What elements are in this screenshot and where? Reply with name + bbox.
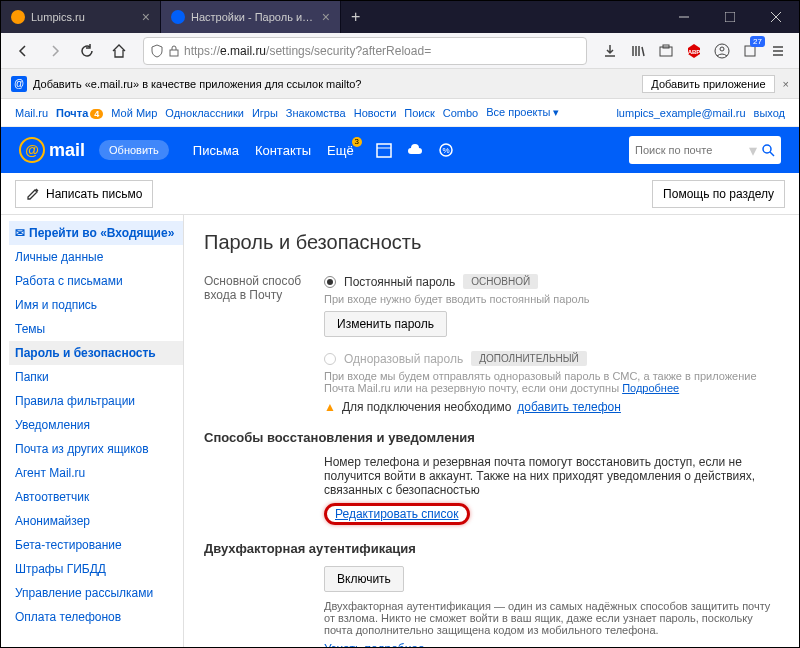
portal-link[interactable]: Поиск xyxy=(404,107,434,119)
cloud-icon[interactable] xyxy=(406,142,424,158)
sidebar-item[interactable]: Автоответчик xyxy=(9,485,183,509)
tab-lumpics[interactable]: Lumpics.ru × xyxy=(1,1,161,33)
at-icon: @ xyxy=(19,137,45,163)
section-body: Постоянный пароль ОСНОВНОЙ При входе нуж… xyxy=(324,274,779,414)
change-password-button[interactable]: Изменить пароль xyxy=(324,311,447,337)
radio-icon xyxy=(324,353,336,365)
tab-settings[interactable]: Настройки - Пароль и безопа... × xyxy=(161,1,341,33)
library-icon[interactable] xyxy=(625,38,651,64)
hint-text: При входе нужно будет вводить постоянный… xyxy=(324,293,779,305)
sidebar-item[interactable]: Папки xyxy=(9,365,183,389)
reload-button[interactable] xyxy=(73,37,101,65)
search-icon[interactable] xyxy=(761,143,775,157)
radio-label: Одноразовый пароль xyxy=(344,352,463,366)
tabs: Lumpics.ru × Настройки - Пароль и безопа… xyxy=(1,1,370,33)
warning-icon: ▲ xyxy=(324,400,336,414)
downloads-icon[interactable] xyxy=(597,38,623,64)
new-tab-button[interactable]: + xyxy=(341,1,370,33)
sidebar-item[interactable]: Почта из других ящиков xyxy=(9,437,183,461)
envelope-icon: ✉ xyxy=(15,226,25,240)
recovery-text: Номер телефона и резервная почта помогут… xyxy=(324,455,779,497)
sidebar-item[interactable]: Оплата телефонов xyxy=(9,605,183,629)
chevron-down-icon[interactable]: ▾ xyxy=(749,141,757,160)
sidebar-item[interactable]: Личные данные xyxy=(9,245,183,269)
add-app-button[interactable]: Добавить приложение xyxy=(642,75,774,93)
header-nav: Письма Контакты Ещё3 xyxy=(193,143,354,158)
portal-link[interactable]: Combo xyxy=(443,107,478,119)
user-email[interactable]: lumpics_example@mail.ru xyxy=(616,107,745,119)
search-box[interactable]: ▾ xyxy=(629,136,781,164)
sidebar-item[interactable]: Правила фильтрации xyxy=(9,389,183,413)
warning-text: Для подключения необходимо xyxy=(342,400,511,414)
sidebar-item[interactable]: Агент Mail.ru xyxy=(9,461,183,485)
minimize-button[interactable] xyxy=(661,1,707,33)
twofa-text: Двухфакторная аутентификация — один из с… xyxy=(324,600,779,636)
sidebar-item-security[interactable]: Пароль и безопасность xyxy=(9,341,183,365)
sidebar-item[interactable]: Темы xyxy=(9,317,183,341)
add-phone-link[interactable]: добавить телефон xyxy=(517,400,621,414)
logout-link[interactable]: выход xyxy=(754,107,785,119)
sidebar-item[interactable]: Анонимайзер xyxy=(9,509,183,533)
portal-link[interactable]: Новости xyxy=(354,107,397,119)
mail-icon: @ xyxy=(11,76,27,92)
enable-2fa-button[interactable]: Включить xyxy=(324,566,404,592)
search-input[interactable] xyxy=(635,144,745,156)
edit-list-highlight: Редактировать список xyxy=(324,503,470,525)
close-icon[interactable]: × xyxy=(322,9,330,25)
forward-button[interactable] xyxy=(41,37,69,65)
portal-link[interactable]: Знакомства xyxy=(286,107,346,119)
sidebar-item[interactable]: Бета-тестирование xyxy=(9,533,183,557)
screenshot-icon[interactable] xyxy=(653,38,679,64)
calendar-icon[interactable] xyxy=(376,142,392,158)
lock-icon xyxy=(168,45,180,57)
toolbar-icons: ABP 27 xyxy=(597,38,791,64)
help-button[interactable]: Помощь по разделу xyxy=(652,180,785,208)
maximize-button[interactable] xyxy=(707,1,753,33)
sidebar-item[interactable]: Уведомления xyxy=(9,413,183,437)
twofa-more-link[interactable]: Узнать подробнее xyxy=(324,642,425,648)
home-button[interactable] xyxy=(105,37,133,65)
mail-header: @ mail Обновить Письма Контакты Ещё3 % ▾ xyxy=(1,127,799,173)
more-link[interactable]: Подробнее xyxy=(622,382,679,394)
abp-icon[interactable]: ABP xyxy=(681,38,707,64)
recovery-title: Способы восстановления и уведомления xyxy=(204,430,779,445)
sidebar-item[interactable]: Имя и подпись xyxy=(9,293,183,317)
portal-link[interactable]: Все проекты ▾ xyxy=(486,106,559,119)
sidebar-inbox[interactable]: ✉Перейти во «Входящие» xyxy=(9,221,183,245)
radio-onetime[interactable]: Одноразовый пароль ДОПОЛНИТЕЛЬНЫЙ xyxy=(324,351,779,366)
main: ✉Перейти во «Входящие» Личные данные Раб… xyxy=(1,215,799,648)
edit-list-link[interactable]: Редактировать список xyxy=(335,507,459,521)
nav-contacts[interactable]: Контакты xyxy=(255,143,311,158)
nav-more[interactable]: Ещё3 xyxy=(327,143,354,158)
sidebar-item[interactable]: Работа с письмами xyxy=(9,269,183,293)
portal-link[interactable]: Mail.ru xyxy=(15,107,48,119)
menu-icon[interactable] xyxy=(765,38,791,64)
url-bar[interactable]: https://e.mail.ru/settings/security?afte… xyxy=(143,37,587,65)
close-window-button[interactable] xyxy=(753,1,799,33)
content: Пароль и безопасность Основной способ вх… xyxy=(183,215,799,648)
nav-letters[interactable]: Письма xyxy=(193,143,239,158)
titlebar: Lumpics.ru × Настройки - Пароль и безопа… xyxy=(1,1,799,33)
portal-link[interactable]: Одноклассники xyxy=(165,107,244,119)
recovery-section: Номер телефона и резервная почта помогут… xyxy=(204,455,779,525)
bonus-icon[interactable]: % xyxy=(438,142,454,158)
section-label: Основной способ входа в Почту xyxy=(204,274,324,414)
update-button[interactable]: Обновить xyxy=(99,140,169,160)
twofa-title: Двухфакторная аутентификация xyxy=(204,541,779,556)
portal-link[interactable]: Почта4 xyxy=(56,107,103,119)
portal-link[interactable]: Мой Мир xyxy=(111,107,157,119)
portal-link[interactable]: Игры xyxy=(252,107,278,119)
mail-logo[interactable]: @ mail xyxy=(19,137,85,163)
extension-icon[interactable]: 27 xyxy=(737,38,763,64)
svg-text:ABP: ABP xyxy=(688,49,701,55)
back-button[interactable] xyxy=(9,37,37,65)
compose-button[interactable]: Написать письмо xyxy=(15,180,153,208)
close-icon[interactable]: × xyxy=(783,78,789,90)
radio-label: Постоянный пароль xyxy=(344,275,455,289)
profile-icon[interactable] xyxy=(709,38,735,64)
sidebar-item[interactable]: Штрафы ГИБДД xyxy=(9,557,183,581)
sidebar-item[interactable]: Управление рассылками xyxy=(9,581,183,605)
hint-text: При входе мы будем отправлять одноразовы… xyxy=(324,370,779,394)
radio-permanent[interactable]: Постоянный пароль ОСНОВНОЙ xyxy=(324,274,779,289)
close-icon[interactable]: × xyxy=(142,9,150,25)
